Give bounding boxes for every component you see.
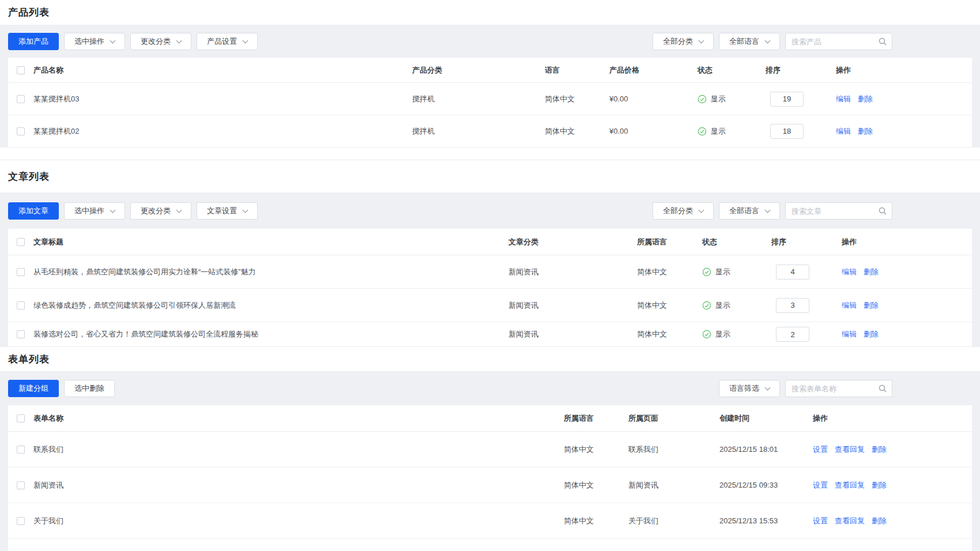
- products-category-filter-dropdown[interactable]: 全部分类: [653, 33, 714, 50]
- view-replies-link[interactable]: 查看回复: [835, 444, 865, 455]
- cell-text: 简体中文: [545, 126, 609, 137]
- chevron-down-icon: [110, 37, 116, 43]
- table-row: 绿色装修成趋势，鼎筑空间建筑装修公司引领环保人居新潮流新闻资讯简体中文显示编辑删…: [8, 289, 972, 322]
- status-badge: 显示: [702, 300, 771, 311]
- dropdown-label: 全部分类: [663, 36, 693, 47]
- cell-text: 从毛坯到精装，鼎筑空间建筑装修公司用实力诠释“一站式装修”魅力: [33, 267, 508, 277]
- edit-link[interactable]: 编辑: [842, 300, 857, 311]
- product-settings-dropdown[interactable]: 产品设置: [197, 33, 258, 50]
- chevron-down-icon: [765, 207, 771, 213]
- chevron-down-icon: [243, 37, 248, 43]
- sort-input[interactable]: [776, 327, 809, 342]
- row-checkbox[interactable]: [17, 127, 25, 135]
- status-check-icon: [702, 301, 711, 310]
- products-language-filter-dropdown[interactable]: 全部语言: [719, 33, 780, 50]
- cell-text: 关于我们: [33, 516, 564, 526]
- article-search-input[interactable]: [791, 207, 878, 216]
- settings-link[interactable]: 设置: [813, 516, 828, 526]
- products-table-header: 产品名称产品分类语言产品价格状态排序操作: [8, 58, 972, 83]
- settings-link[interactable]: 设置: [813, 480, 828, 490]
- cell-text: 新闻资讯: [508, 300, 637, 311]
- cell-text: 某某搅拌机02: [33, 126, 412, 137]
- cell-text: 关于我们: [628, 516, 719, 526]
- column-header: 文章标题: [33, 237, 508, 247]
- row-actions: 设置查看回复删除: [813, 480, 972, 490]
- products-selected-action-dropdown[interactable]: 选中操作: [64, 33, 125, 50]
- articles-category-filter-dropdown[interactable]: 全部分类: [653, 202, 714, 220]
- products-section: 产品列表 添加产品 选中操作 更改分类 产品设置: [0, 0, 980, 148]
- cell-text: 2025/12/13 15:53: [719, 516, 813, 525]
- delete-link[interactable]: 删除: [872, 480, 887, 490]
- articles-change-category-dropdown[interactable]: 更改分类: [130, 202, 191, 220]
- add-article-button[interactable]: 添加文章: [8, 202, 59, 220]
- delete-link[interactable]: 删除: [872, 516, 887, 526]
- status-badge: 显示: [698, 94, 766, 104]
- admin-page: 产品列表 添加产品 选中操作 更改分类 产品设置: [0, 0, 980, 551]
- delete-link[interactable]: 删除: [872, 444, 887, 455]
- search-icon[interactable]: [878, 206, 887, 216]
- status-check-icon: [702, 267, 711, 277]
- articles-selected-action-dropdown[interactable]: 选中操作: [64, 202, 125, 220]
- column-header: 语言: [545, 65, 609, 76]
- status-check-icon: [702, 330, 711, 339]
- edit-link[interactable]: 编辑: [836, 126, 851, 137]
- cell-text: 简体中文: [637, 329, 702, 339]
- status-label: 显示: [711, 126, 726, 137]
- forms-toolbar: 新建分组 选中删除 语言筛选: [0, 372, 980, 405]
- articles-page-title: 文章列表: [8, 170, 50, 183]
- delete-link[interactable]: 删除: [864, 329, 879, 339]
- row-checkbox[interactable]: [17, 301, 25, 310]
- forms-language-filter-dropdown[interactable]: 语言筛选: [719, 380, 780, 397]
- new-group-button[interactable]: 新建分组: [8, 380, 59, 397]
- sort-input[interactable]: [776, 265, 809, 280]
- dropdown-label: 产品设置: [207, 36, 237, 47]
- sort-cell: [766, 92, 836, 107]
- article-settings-dropdown[interactable]: 文章设置: [197, 202, 258, 220]
- product-search-input[interactable]: [791, 37, 878, 46]
- column-header: 表单名称: [33, 413, 564, 424]
- cell-text: 联系我们: [33, 444, 564, 455]
- row-checkbox[interactable]: [17, 330, 25, 338]
- form-search-input[interactable]: [791, 384, 878, 393]
- search-icon[interactable]: [878, 384, 887, 393]
- row-checkbox[interactable]: [17, 446, 25, 454]
- sort-input[interactable]: [770, 92, 804, 107]
- products-change-category-dropdown[interactable]: 更改分类: [130, 33, 191, 50]
- status-label: 显示: [711, 94, 726, 104]
- delete-link[interactable]: 删除: [858, 94, 873, 104]
- search-icon[interactable]: [878, 37, 887, 46]
- delete-link[interactable]: 删除: [864, 267, 879, 277]
- delete-selected-button[interactable]: 选中删除: [64, 380, 115, 397]
- row-actions: 设置查看回复删除: [813, 516, 972, 526]
- sort-input[interactable]: [770, 124, 804, 139]
- edit-link[interactable]: 编辑: [842, 267, 857, 277]
- row-checkbox[interactable]: [17, 517, 25, 525]
- cell-text: 新闻资讯: [33, 480, 564, 490]
- settings-link[interactable]: 设置: [813, 444, 828, 455]
- forms-table-header: 表单名称所属语言所属页面创建时间操作: [8, 405, 972, 432]
- select-all-checkbox[interactable]: [17, 414, 25, 422]
- delete-link[interactable]: 删除: [864, 300, 879, 311]
- column-header: 状态: [698, 65, 766, 76]
- view-replies-link[interactable]: 查看回复: [835, 516, 865, 526]
- row-checkbox[interactable]: [17, 95, 25, 103]
- article-search-box: [785, 202, 892, 220]
- select-all-checkbox[interactable]: [17, 238, 25, 246]
- articles-language-filter-dropdown[interactable]: 全部语言: [719, 202, 780, 220]
- cell-text: 某某搅拌机03: [33, 94, 412, 104]
- column-header: 产品分类: [412, 65, 545, 76]
- cell-text: 装修选对公司，省心又省力！鼎筑空间建筑装修公司全流程服务揭秘: [33, 329, 508, 339]
- edit-link[interactable]: 编辑: [842, 329, 857, 339]
- row-checkbox[interactable]: [17, 481, 25, 489]
- add-product-button[interactable]: 添加产品: [8, 33, 59, 50]
- edit-link[interactable]: 编辑: [836, 94, 851, 104]
- delete-link[interactable]: 删除: [858, 126, 873, 137]
- forms-title-band: 表单列表: [0, 346, 980, 372]
- select-all-checkbox[interactable]: [17, 66, 25, 74]
- cell-text: 联系我们: [628, 444, 719, 455]
- row-checkbox[interactable]: [17, 268, 25, 276]
- products-table: 产品名称产品分类语言产品价格状态排序操作 某某搅拌机03搅拌机简体中文¥0.00…: [8, 58, 972, 148]
- sort-input[interactable]: [776, 298, 809, 313]
- column-header: 创建时间: [719, 413, 813, 424]
- view-replies-link[interactable]: 查看回复: [835, 480, 865, 490]
